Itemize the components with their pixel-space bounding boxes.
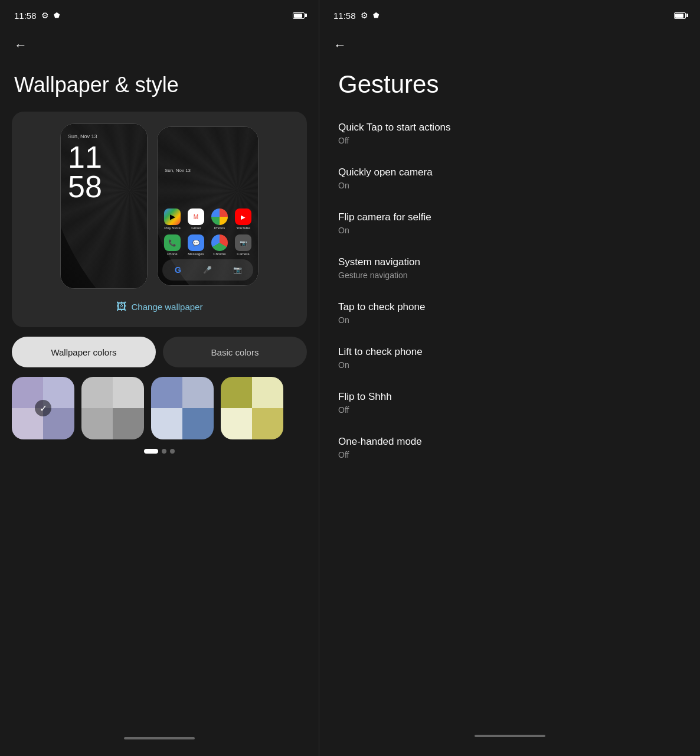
youtube-label: YouTube xyxy=(236,226,250,230)
gesture-lift-check-label: Lift to check phone xyxy=(338,346,681,358)
home-indicator-left xyxy=(124,737,195,739)
nav-dot-3 xyxy=(170,449,175,454)
lock-time: 1158 xyxy=(68,143,102,201)
lock-screen-preview: Sun, Nov 13 1158 xyxy=(60,123,148,289)
page-title-left: Wallpaper & style xyxy=(0,58,319,107)
app-gmail: M Gmail xyxy=(186,208,206,230)
time-right: 11:58 xyxy=(333,11,356,21)
gear-icon-right: ⚙ xyxy=(361,11,368,20)
app-camera: 📷 Camera xyxy=(233,234,253,256)
gesture-lift-check-value: On xyxy=(338,360,681,370)
gesture-one-handed-value: Off xyxy=(338,450,681,460)
dock-google: G xyxy=(165,262,191,278)
phone-previews: Sun, Nov 13 1158 Sun, Nov 13 ▶ Play Stor… xyxy=(60,123,259,289)
app-phone: 📞 Phone xyxy=(162,234,182,256)
back-button-left[interactable]: ← xyxy=(0,28,319,58)
battery-icon xyxy=(293,12,305,19)
gesture-list: Quick Tap to start actions Off Quickly o… xyxy=(319,111,700,470)
dock-google-icon: G xyxy=(169,262,186,278)
shield-icon: ⬟ xyxy=(54,11,60,19)
dock-row: G 🎤 📷 xyxy=(162,259,253,281)
shield-icon-right: ⬟ xyxy=(373,11,379,19)
gesture-open-camera[interactable]: Quickly open camera On xyxy=(319,156,700,201)
gmail-label: Gmail xyxy=(191,226,201,230)
swatch-1-check: ✓ xyxy=(35,400,51,416)
gesture-flip-shhh[interactable]: Flip to Shhh Off xyxy=(319,380,700,425)
gesture-flip-camera-value: On xyxy=(338,226,681,235)
phone-label: Phone xyxy=(167,252,177,256)
wallpaper-colors-tab[interactable]: Wallpaper colors xyxy=(12,337,156,367)
swatch-1[interactable]: ✓ xyxy=(12,377,74,439)
photos-label: Photos xyxy=(214,226,225,230)
home-indicator-right xyxy=(475,735,545,737)
status-bar-left: 11:58 ⚙ ⬟ xyxy=(0,0,319,28)
gesture-flip-shhh-value: Off xyxy=(338,405,681,415)
status-left-right: 11:58 ⚙ ⬟ xyxy=(333,11,379,21)
gesture-system-nav-label: System navigation xyxy=(338,256,681,268)
home-screen: Sun, Nov 13 ▶ Play Store M Gmail xyxy=(158,127,258,285)
gestures-panel: 11:58 ⚙ ⬟ ← Gestures Quick Tap to start … xyxy=(319,0,700,756)
messages-label: Messages xyxy=(188,252,204,256)
wallpaper-colors-label: Wallpaper colors xyxy=(51,347,116,357)
swatch-2[interactable] xyxy=(81,377,144,439)
status-left-group: 11:58 ⚙ ⬟ xyxy=(14,11,60,21)
app-photos: Photos xyxy=(210,208,230,230)
gesture-flip-shhh-label: Flip to Shhh xyxy=(338,391,681,403)
gesture-tap-check-label: Tap to check phone xyxy=(338,301,681,313)
dock-lens-icon: 📷 xyxy=(230,262,246,278)
change-wallpaper-label: Change wallpaper xyxy=(132,302,203,312)
color-tabs: Wallpaper colors Basic colors xyxy=(0,337,319,367)
right-bottom xyxy=(319,470,700,756)
gesture-one-handed[interactable]: One-handed mode Off xyxy=(319,425,700,470)
wallpaper-style-panel: 11:58 ⚙ ⬟ ← Wallpaper & style Sun, Nov 1… xyxy=(0,0,319,756)
battery-icon-right xyxy=(674,12,686,19)
status-right-right xyxy=(674,12,686,19)
dock-mic: 🎤 xyxy=(195,262,221,278)
gesture-tap-check[interactable]: Tap to check phone On xyxy=(319,291,700,335)
basic-colors-label: Basic colors xyxy=(211,347,259,357)
time-left: 11:58 xyxy=(14,11,37,21)
dock-lens: 📷 xyxy=(224,262,251,278)
play-store-label: Play Store xyxy=(164,226,181,230)
back-button-right[interactable]: ← xyxy=(319,28,700,58)
gesture-system-nav[interactable]: System navigation Gesture navigation xyxy=(319,246,700,291)
lock-screen: Sun, Nov 13 1158 xyxy=(61,124,147,288)
nav-dot-1 xyxy=(144,449,158,454)
youtube-icon: ▶ xyxy=(235,208,251,225)
app-grid-row2: 📞 Phone 💬 Messages Chrome xyxy=(162,234,253,256)
app-chrome: Chrome xyxy=(210,234,230,256)
color-swatches: ✓ xyxy=(0,377,319,439)
home-date: Sun, Nov 13 xyxy=(162,168,253,173)
swatch-4[interactable] xyxy=(221,377,283,439)
app-play-store: ▶ Play Store xyxy=(162,208,182,230)
app-grid-row1: ▶ Play Store M Gmail Photos xyxy=(162,208,253,230)
dock-mic-icon: 🎤 xyxy=(199,262,216,278)
app-messages: 💬 Messages xyxy=(186,234,206,256)
gesture-open-camera-value: On xyxy=(338,181,681,190)
gesture-flip-camera[interactable]: Flip camera for selfie On xyxy=(319,201,700,246)
lock-content: Sun, Nov 13 1158 xyxy=(68,133,102,201)
gear-icon: ⚙ xyxy=(41,11,49,20)
phone-icon: 📞 xyxy=(164,234,181,251)
nav-dots xyxy=(0,439,319,458)
gesture-quick-tap-label: Quick Tap to start actions xyxy=(338,122,681,133)
status-right-group xyxy=(293,12,305,19)
swatch-3[interactable] xyxy=(151,377,214,439)
change-wallpaper-button[interactable]: 🖼 Change wallpaper xyxy=(112,298,208,315)
lock-date: Sun, Nov 13 xyxy=(68,133,102,139)
photos-icon xyxy=(211,208,228,225)
basic-colors-tab[interactable]: Basic colors xyxy=(163,337,307,367)
wallpaper-preview-container: Sun, Nov 13 1158 Sun, Nov 13 ▶ Play Stor… xyxy=(12,112,307,327)
camera-label: Camera xyxy=(237,252,249,256)
gmail-icon: M xyxy=(188,208,204,225)
gesture-one-handed-label: One-handed mode xyxy=(338,436,681,448)
gesture-flip-camera-label: Flip camera for selfie xyxy=(338,211,681,223)
home-content: Sun, Nov 13 ▶ Play Store M Gmail xyxy=(158,163,258,285)
gesture-quick-tap[interactable]: Quick Tap to start actions Off xyxy=(319,111,700,156)
status-bar-right: 11:58 ⚙ ⬟ xyxy=(319,0,700,28)
change-wallpaper-icon: 🖼 xyxy=(116,301,127,313)
page-title-right: Gestures xyxy=(319,58,700,111)
chrome-label: Chrome xyxy=(213,252,225,256)
gesture-lift-check[interactable]: Lift to check phone On xyxy=(319,335,700,380)
nav-dot-2 xyxy=(162,449,166,454)
